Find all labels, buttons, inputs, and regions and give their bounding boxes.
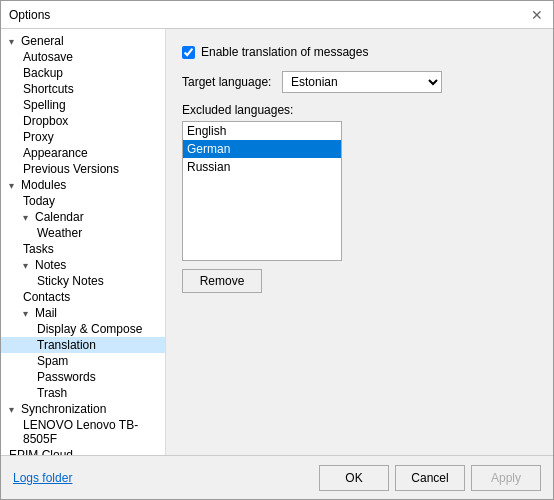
sidebar-item-spam[interactable]: Spam <box>1 353 165 369</box>
sidebar-item-display-compose[interactable]: Display & Compose <box>1 321 165 337</box>
title-bar: Options ✕ <box>1 1 553 29</box>
chevron-down-icon: ▾ <box>23 308 35 319</box>
chevron-down-icon: ▾ <box>9 180 21 191</box>
excluded-language-english[interactable]: English <box>183 122 341 140</box>
sidebar-item-appearance[interactable]: Appearance <box>1 145 165 161</box>
logs-folder-link[interactable]: Logs folder <box>13 471 72 485</box>
content-area: ▾ General Autosave Backup Shortcuts Spel… <box>1 29 553 455</box>
apply-button[interactable]: Apply <box>471 465 541 491</box>
window-title: Options <box>9 8 50 22</box>
sidebar-item-spelling[interactable]: Spelling <box>1 97 165 113</box>
sidebar-item-proxy[interactable]: Proxy <box>1 129 165 145</box>
sidebar-item-today[interactable]: Today <box>1 193 165 209</box>
close-button[interactable]: ✕ <box>529 7 545 23</box>
sidebar-item-autosave[interactable]: Autosave <box>1 49 165 65</box>
main-panel: Enable translation of messages Target la… <box>166 29 553 455</box>
sidebar-item-translation[interactable]: Translation <box>1 337 165 353</box>
sidebar-item-mail[interactable]: ▾ Mail <box>1 305 165 321</box>
enable-translation-label: Enable translation of messages <box>201 45 368 59</box>
ok-button[interactable]: OK <box>319 465 389 491</box>
target-language-row: Target language: Estonian English German… <box>182 71 537 93</box>
chevron-down-icon: ▾ <box>9 36 21 47</box>
sidebar-item-epim-cloud[interactable]: EPIM Cloud <box>1 447 165 455</box>
target-language-select[interactable]: Estonian English German French Spanish <box>282 71 442 93</box>
sidebar-item-modules[interactable]: ▾ Modules <box>1 177 165 193</box>
footer-buttons: OK Cancel Apply <box>319 465 541 491</box>
target-language-label: Target language: <box>182 75 282 89</box>
sidebar-item-sticky-notes[interactable]: Sticky Notes <box>1 273 165 289</box>
excluded-language-german[interactable]: German <box>183 140 341 158</box>
sidebar-item-contacts[interactable]: Contacts <box>1 289 165 305</box>
sidebar-item-backup[interactable]: Backup <box>1 65 165 81</box>
sidebar-item-lenovo[interactable]: LENOVO Lenovo TB-8505F <box>1 417 165 447</box>
cancel-button[interactable]: Cancel <box>395 465 465 491</box>
bottom-bar: Logs folder OK Cancel Apply <box>1 455 553 499</box>
chevron-down-icon: ▾ <box>23 212 35 223</box>
sidebar: ▾ General Autosave Backup Shortcuts Spel… <box>1 29 166 455</box>
sidebar-item-notes[interactable]: ▾ Notes <box>1 257 165 273</box>
excluded-language-russian[interactable]: Russian <box>183 158 341 176</box>
enable-row: Enable translation of messages <box>182 45 537 59</box>
excluded-languages-list: English German Russian <box>182 121 342 261</box>
chevron-down-icon: ▾ <box>9 404 21 415</box>
remove-button[interactable]: Remove <box>182 269 262 293</box>
sidebar-item-general[interactable]: ▾ General <box>1 33 165 49</box>
options-window: Options ✕ ▾ General Autosave Backup Shor… <box>0 0 554 500</box>
enable-translation-checkbox[interactable] <box>182 46 195 59</box>
sidebar-item-synchronization[interactable]: ▾ Synchronization <box>1 401 165 417</box>
excluded-languages-label: Excluded languages: <box>182 103 537 117</box>
sidebar-item-tasks[interactable]: Tasks <box>1 241 165 257</box>
chevron-down-icon: ▾ <box>23 260 35 271</box>
sidebar-item-calendar[interactable]: ▾ Calendar <box>1 209 165 225</box>
sidebar-item-shortcuts[interactable]: Shortcuts <box>1 81 165 97</box>
sidebar-item-weather[interactable]: Weather <box>1 225 165 241</box>
sidebar-item-trash[interactable]: Trash <box>1 385 165 401</box>
sidebar-item-previous-versions[interactable]: Previous Versions <box>1 161 165 177</box>
sidebar-item-dropbox[interactable]: Dropbox <box>1 113 165 129</box>
sidebar-item-passwords[interactable]: Passwords <box>1 369 165 385</box>
